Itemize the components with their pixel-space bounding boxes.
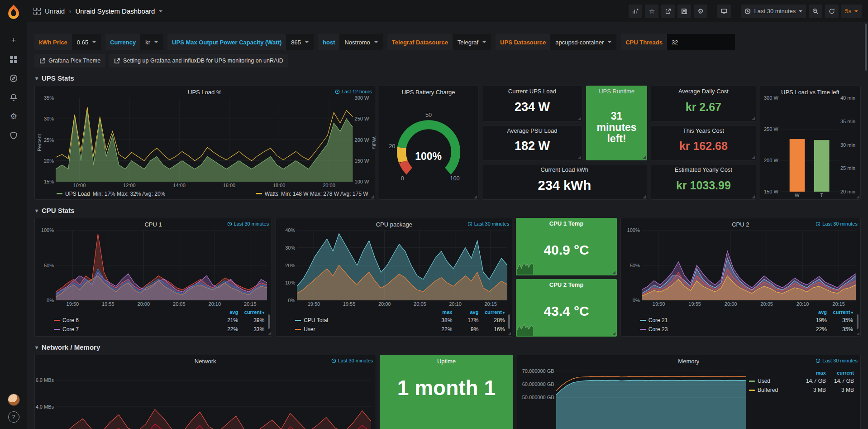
legend-sort-column[interactable]: current <box>238 309 264 315</box>
star-button[interactable]: ☆ <box>645 5 658 18</box>
variable-input[interactable] <box>667 34 735 50</box>
legend-sort-column[interactable]: max <box>426 309 452 315</box>
page-scrollbar[interactable] <box>865 24 867 71</box>
panel-resize-handle[interactable] <box>612 332 615 335</box>
grafana-logo[interactable] <box>5 4 22 20</box>
time-range-picker[interactable]: Last 30 minutes <box>741 5 806 18</box>
panel-resize-handle[interactable] <box>752 156 755 159</box>
create-button[interactable]: + <box>5 33 22 48</box>
dashboard-grid-icon[interactable] <box>33 8 41 15</box>
legend-series-toggle[interactable]: Core 23 <box>640 326 801 333</box>
dashboard-link[interactable]: Grafana Plex Theme <box>34 54 105 67</box>
panel-title[interactable]: UPS Runtime <box>599 88 634 95</box>
tv-mode-button[interactable] <box>717 5 731 18</box>
panel-title[interactable]: UPS Battery Charge <box>402 89 455 96</box>
graph-area[interactable]: 0%50%100% 19:5019:5520:0020:0520:1020:15 <box>621 230 860 308</box>
graph-area[interactable]: 50.000000 GB60.000000 GB70.000000 GB max… <box>517 367 860 429</box>
variable-value-dropdown[interactable]: Telegraf <box>453 34 491 50</box>
legend-series-toggle[interactable]: CPU Total <box>295 317 426 323</box>
legend-item[interactable]: WattsMin: 148 W Max: 278 W Avg: 175 W <box>256 191 368 197</box>
plot-area[interactable] <box>56 98 353 182</box>
graph-area[interactable]: 150 W200 W250 W300 W 20 min25 min30 min3… <box>760 98 860 199</box>
legend-item[interactable]: UPS LoadMin: 17% Max: 32% Avg: 20% <box>57 191 165 197</box>
user-avatar[interactable] <box>8 394 20 406</box>
panel-resize-handle[interactable] <box>578 117 581 120</box>
panel-title[interactable]: CPU 2 Temp <box>549 281 584 288</box>
legend-series-toggle[interactable]: User <box>295 326 426 333</box>
help-button[interactable]: ? <box>8 411 19 423</box>
panel-title[interactable]: UPS Load % <box>188 89 221 96</box>
panel-resize-handle[interactable] <box>267 332 271 335</box>
graph-area[interactable]: 0%50%100% 19:5019:5520:0020:0520:1020:15 <box>35 230 272 308</box>
caret-down-icon[interactable] <box>159 10 162 12</box>
variable-value-dropdown[interactable]: apcupsd-container <box>550 34 616 50</box>
legend-series-toggle[interactable]: Buffered <box>749 387 798 393</box>
panel-title[interactable]: Average Daily Cost <box>678 88 729 95</box>
graph-area[interactable]: Percent 15%20%25%30%35% 100 W150 W200 W2… <box>35 98 375 189</box>
panel-title[interactable]: CPU 1 <box>144 221 162 228</box>
panel-title[interactable]: UPS Load vs Time left <box>781 89 839 96</box>
panel-resize-handle[interactable] <box>508 332 511 335</box>
zoom-out-button[interactable] <box>809 5 822 18</box>
breadcrumb-folder[interactable]: Unraid <box>45 7 65 15</box>
section-header-network-memory[interactable]: ▾ Network / Memory <box>34 337 861 355</box>
variable-value-dropdown[interactable]: 0.65 <box>72 34 101 50</box>
legend-series-toggle[interactable]: Core 7 <box>54 326 212 333</box>
variable-value-dropdown[interactable]: kr <box>140 34 163 50</box>
panel-title[interactable]: Memory <box>678 358 699 365</box>
sidebar-item-configuration[interactable]: ⚙ <box>5 109 22 124</box>
graph-area[interactable]: 2.0 MBs4.0 MBs6.0 MBs <box>35 367 376 429</box>
panel-resize-handle[interactable] <box>643 195 646 198</box>
panel-resize-handle[interactable] <box>643 156 646 159</box>
save-button[interactable] <box>677 5 691 18</box>
panel-resize-handle[interactable] <box>371 195 374 198</box>
panel-title[interactable]: CPU 1 Temp <box>549 220 584 227</box>
sidebar-item-explore[interactable] <box>5 71 22 86</box>
panel-title[interactable]: Current UPS Load <box>508 88 556 95</box>
plot-area[interactable] <box>56 367 371 429</box>
panel-resize-handle[interactable] <box>578 156 581 159</box>
legend-sort-column[interactable]: max <box>798 370 826 376</box>
plot-area[interactable] <box>556 367 746 429</box>
panel-title[interactable]: Average PSU Load <box>507 127 557 134</box>
refresh-button[interactable] <box>825 5 839 18</box>
panel-title[interactable]: Network <box>195 358 216 365</box>
legend-sort-column[interactable]: avg <box>452 309 478 315</box>
panel-title[interactable]: Estimated Yearly Cost <box>675 166 732 173</box>
variable-value-dropdown[interactable]: 865 <box>286 34 314 50</box>
refresh-interval-dropdown[interactable]: 5s <box>841 5 862 18</box>
legend-scrollbar[interactable] <box>508 314 510 329</box>
sidebar-item-server-admin[interactable] <box>5 128 22 143</box>
plot-area[interactable] <box>56 230 267 300</box>
panel-title[interactable]: This Years Cost <box>683 127 724 134</box>
legend-series-toggle[interactable]: Core 21 <box>640 317 801 323</box>
plot-area[interactable] <box>780 98 839 192</box>
legend-sort-column[interactable]: current <box>827 309 853 315</box>
add-panel-button[interactable] <box>629 5 642 18</box>
panel-title[interactable]: Current Load kWh <box>541 166 589 173</box>
legend-sort-column[interactable]: current <box>826 370 854 376</box>
graph-area[interactable]: 0%10%20%30%40% 19:5019:5520:0020:0520:10… <box>276 230 512 308</box>
legend-series-toggle[interactable]: Core 6 <box>54 317 212 323</box>
panel-resize-handle[interactable] <box>612 271 615 274</box>
panel-resize-handle[interactable] <box>752 117 755 120</box>
plot-area[interactable] <box>297 230 507 300</box>
share-button[interactable] <box>661 5 675 18</box>
panel-title[interactable]: Uptime <box>437 358 456 365</box>
dashboard-title[interactable]: Unraid System Dashboard <box>76 7 155 15</box>
legend-scrollbar[interactable] <box>857 314 858 329</box>
sidebar-item-dashboards[interactable] <box>5 52 22 67</box>
variable-value-dropdown[interactable]: Nostromo <box>339 34 382 50</box>
panel-resize-handle[interactable] <box>856 332 859 335</box>
dashboard-scroll-area[interactable]: kWh Price 0.65 Currency kr UPS Max Outpu… <box>27 22 868 429</box>
section-header-ups-stats[interactable]: ▾ UPS Stats <box>34 67 861 86</box>
legend-scrollbar[interactable] <box>268 314 270 329</box>
legend-series-toggle[interactable]: Used <box>749 378 798 384</box>
panel-resize-handle[interactable] <box>752 195 755 198</box>
panel-resize-handle[interactable] <box>474 195 477 198</box>
dashboard-settings-button[interactable]: ⚙ <box>694 5 707 18</box>
sidebar-item-alerting[interactable] <box>5 90 22 105</box>
panel-title[interactable]: CPU package <box>376 221 412 228</box>
legend-sort-column[interactable]: avg <box>212 309 238 315</box>
legend-sort-column[interactable]: current <box>478 309 505 315</box>
